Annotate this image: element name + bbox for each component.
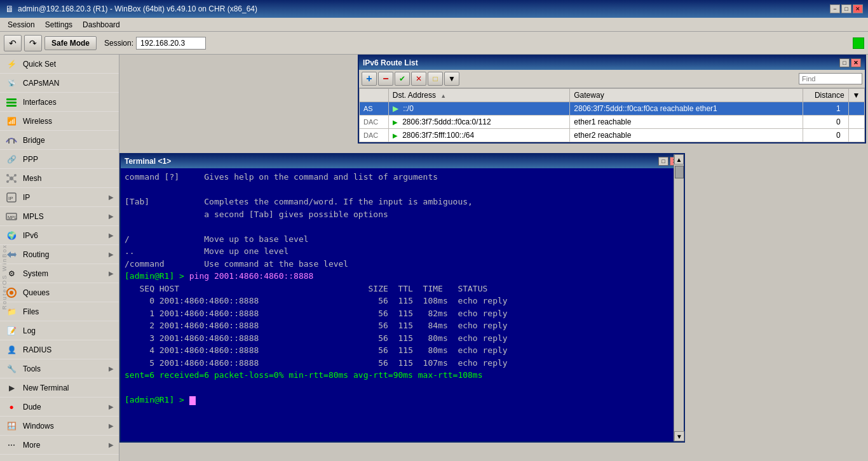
menu-session[interactable]: Session (3, 19, 40, 30)
minimize-button[interactable]: − (830, 4, 840, 13)
route-row-0[interactable]: AS ▶ ::/0 2806:3f7:5ddd::f0ca:f0ca reach… (360, 102, 865, 116)
sidebar-item-mpls[interactable]: MPLS MPLS ▶ (0, 207, 119, 226)
sidebar-label-capsman: CAPsMAN (23, 79, 114, 88)
col-distance[interactable]: Distance (803, 89, 848, 102)
ipv6-disable-button[interactable]: ✕ (411, 72, 426, 86)
forward-button[interactable]: ↷ (24, 35, 42, 51)
terminal-restore-button[interactable]: □ (658, 157, 668, 166)
safe-mode-button[interactable]: Safe Mode (44, 36, 97, 50)
terminal-title: Terminal <1> (125, 157, 658, 166)
sidebar-label-radius: RADIUS (23, 345, 114, 354)
sidebar-label-ip: IP (23, 193, 104, 202)
system-arrow: ▶ (109, 270, 114, 277)
terminal-scroll-thumb[interactable] (675, 166, 684, 178)
session-input[interactable] (136, 37, 206, 50)
col-gateway[interactable]: Gateway (570, 89, 803, 102)
ipv6-filter-button[interactable]: ▼ (444, 72, 459, 86)
maximize-button[interactable]: □ (841, 4, 851, 13)
title-bar: 🖥 admin@192.168.20.3 (R1) - WinBox (64bi… (0, 0, 868, 18)
terminal-scroll-up-button[interactable]: ▲ (674, 154, 684, 164)
col-dropdown[interactable]: ▼ (848, 89, 864, 102)
sidebar-item-new-terminal[interactable]: ▶ New Terminal (0, 378, 119, 398)
menu-dashboard[interactable]: Dashboard (78, 19, 125, 30)
svg-rect-2 (6, 105, 17, 107)
route-row-2[interactable]: DAC ▶ 2806:3f7:5fff:100::/64 ether2 reac… (360, 129, 865, 142)
sidebar-item-capsman[interactable]: 📡 CAPsMAN (0, 74, 119, 93)
sidebar-item-ip[interactable]: IP IP ▶ (0, 188, 119, 207)
ipv6-icon: 🌍 (5, 229, 18, 242)
sidebar-label-ipv6: IPv6 (23, 231, 104, 240)
ipv6-restore-button[interactable]: □ (839, 58, 850, 67)
row0-dst: ▶ ::/0 (388, 102, 569, 116)
connection-indicator (853, 37, 864, 49)
sidebar-item-quick-set[interactable]: ⚡ Quick Set (0, 55, 119, 74)
sidebar-item-tools[interactable]: 🔧 Tools ▶ (0, 359, 119, 378)
row1-extra (848, 116, 864, 129)
sidebar-item-mesh[interactable]: Mesh (0, 169, 119, 188)
menu-bar: Session Settings Dashboard (0, 18, 868, 32)
ipv6-window-title: IPv6 Route List (363, 58, 839, 67)
sidebar-item-radius[interactable]: 👤 RADIUS (0, 340, 119, 359)
sidebar-item-system[interactable]: ⚙ System ▶ (0, 264, 119, 283)
sidebar-item-queues[interactable]: Queues (0, 283, 119, 302)
sidebar-item-dude[interactable]: ● Dude ▶ (0, 398, 119, 417)
col-dst[interactable]: Dst. Address ▲ (388, 89, 569, 102)
svg-text:MPLS: MPLS (8, 215, 17, 220)
sidebar-label-quick-set: Quick Set (23, 60, 114, 69)
ipv6-window-titlebar[interactable]: IPv6 Route List □ ✕ (359, 56, 865, 70)
tools-arrow: ▶ (109, 365, 114, 372)
terminal-titlebar[interactable]: Terminal <1> □ ✕ (121, 154, 684, 168)
svg-rect-0 (6, 98, 17, 100)
mpls-icon: MPLS (5, 210, 18, 223)
sidebar-item-wireless[interactable]: 📶 Wireless (0, 112, 119, 131)
row1-play-icon: ▶ (393, 119, 398, 126)
row0-distance: 1 (803, 102, 848, 116)
ipv6-remove-button[interactable]: − (378, 72, 393, 86)
row2-dst: ▶ 2806:3f7:5fff:100::/64 (388, 129, 569, 142)
row1-gateway: ether1 reachable (570, 116, 803, 129)
sidebar-label-files: Files (23, 307, 114, 316)
menu-settings[interactable]: Settings (40, 19, 78, 30)
radius-icon: 👤 (5, 344, 18, 356)
dude-arrow: ▶ (109, 403, 114, 410)
routing-arrow: ▶ (109, 251, 114, 258)
row1-distance: 0 (803, 116, 848, 129)
ipv6-close-button[interactable]: ✕ (851, 58, 861, 67)
mesh-icon (5, 172, 18, 185)
row1-dst: ▶ 2806:3f7:5ddd::f0ca:0/112 (388, 116, 569, 129)
windows-arrow: ▶ (109, 422, 114, 429)
back-button[interactable]: ↶ (4, 35, 22, 51)
files-icon: 📁 (5, 305, 18, 318)
sidebar-label-routing: Routing (23, 250, 104, 259)
sidebar-item-log[interactable]: 📝 Log (0, 321, 119, 340)
ipv6-find-input[interactable] (799, 73, 862, 84)
sidebar-item-files[interactable]: 📁 Files (0, 302, 119, 321)
sidebar-item-windows[interactable]: 🪟 Windows ▶ (0, 417, 119, 436)
sidebar-item-bridge[interactable]: Bridge (0, 131, 119, 150)
sidebar-item-more[interactable]: ⋯ More ▶ (0, 436, 119, 455)
close-button[interactable]: ✕ (853, 4, 863, 13)
sidebar-item-ppp[interactable]: 🔗 PPP (0, 150, 119, 169)
sidebar-item-interfaces[interactable]: Interfaces (0, 93, 119, 112)
routing-icon (5, 248, 18, 261)
sidebar-item-routing[interactable]: Routing ▶ (0, 245, 119, 264)
ipv6-enable-button[interactable]: ✔ (395, 72, 410, 86)
sidebar-label-wireless: Wireless (23, 117, 114, 126)
terminal-window: Terminal <1> □ ✕ command [?] Gives help … (119, 153, 685, 443)
sidebar-item-ipv6[interactable]: 🌍 IPv6 ▶ (0, 226, 119, 245)
row1-flag: DAC (360, 116, 389, 129)
ipv6-copy-button[interactable]: □ (428, 72, 443, 86)
interfaces-icon (5, 96, 18, 109)
terminal-body[interactable]: command [?] Gives help on the command an… (121, 168, 684, 441)
sidebar-label-windows: Windows (23, 422, 104, 431)
row0-play-icon: ▶ (393, 104, 398, 113)
ipv6-add-button[interactable]: + (362, 72, 377, 86)
route-row-1[interactable]: DAC ▶ 2806:3f7:5ddd::f0ca:0/112 ether1 r… (360, 116, 865, 129)
ipv6-window-controls: □ ✕ (839, 58, 861, 67)
row0-extra (848, 102, 864, 116)
terminal-scrollbar: ▲ ▼ (674, 154, 684, 441)
session-label: Session: (104, 39, 133, 48)
ipv6-route-list-window: IPv6 Route List □ ✕ + − ✔ ✕ □ ▼ (358, 55, 866, 144)
main-toolbar: ↶ ↷ Safe Mode Session: (0, 32, 868, 55)
terminal-scroll-down-button[interactable]: ▼ (674, 431, 684, 441)
